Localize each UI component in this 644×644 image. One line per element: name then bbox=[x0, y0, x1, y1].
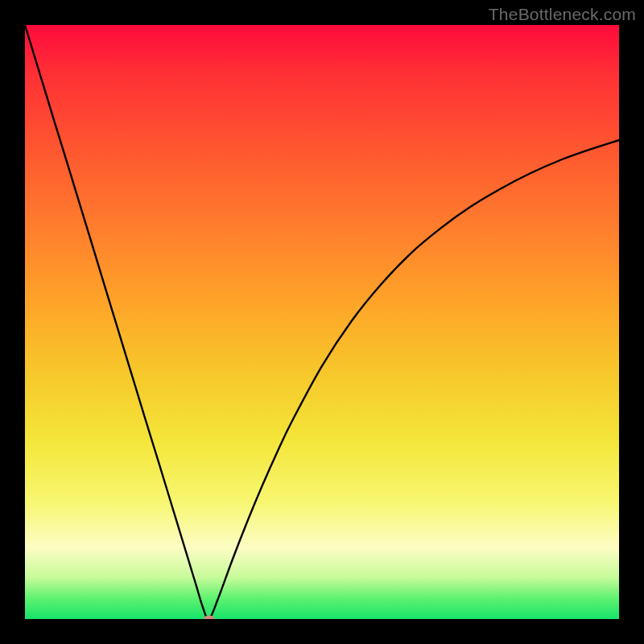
curve-svg bbox=[25, 25, 619, 619]
bottleneck-curve bbox=[25, 25, 619, 619]
chart-frame: TheBottleneck.com bbox=[0, 0, 644, 644]
watermark-text: TheBottleneck.com bbox=[489, 5, 636, 24]
plot-area bbox=[25, 25, 619, 619]
